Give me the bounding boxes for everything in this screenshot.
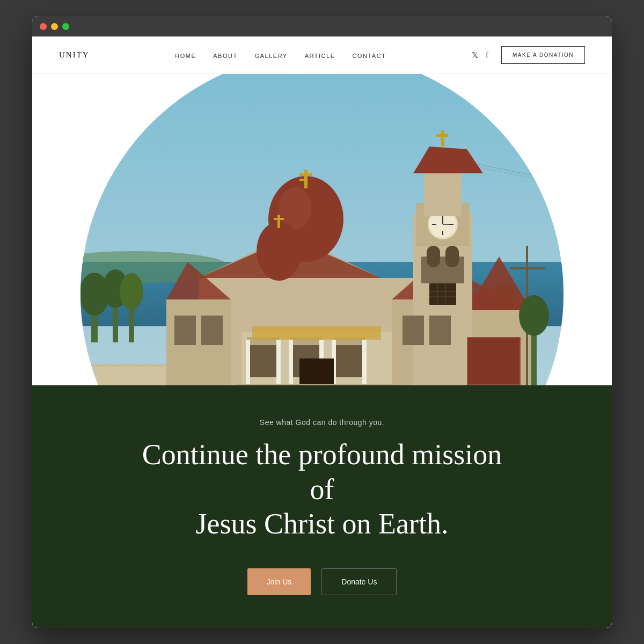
svg-rect-71 bbox=[246, 340, 250, 385]
nav-item-contact[interactable]: CONTACT bbox=[353, 50, 386, 60]
cta-section: See what God can do through you. Continu… bbox=[32, 385, 612, 628]
hero-section: See what God can do through you. Continu… bbox=[32, 74, 612, 628]
svg-rect-89 bbox=[80, 367, 166, 385]
donate-us-button[interactable]: Donate Us bbox=[321, 568, 397, 595]
svg-rect-37 bbox=[299, 179, 305, 181]
browser-chrome bbox=[32, 16, 612, 36]
cta-heading: Continue the profound mission of Jesus C… bbox=[134, 437, 510, 541]
join-us-button[interactable]: Join Us bbox=[247, 568, 311, 595]
site-logo[interactable]: UNITY bbox=[59, 50, 90, 60]
svg-rect-88 bbox=[80, 364, 166, 367]
nav-links: HOME ABOUT GALLERY ARTICLE CONTACT bbox=[175, 50, 386, 60]
browser-window: UNITY HOME ABOUT GALLERY ARTICLE CONTACT bbox=[32, 16, 612, 628]
cta-buttons: Join Us Donate Us bbox=[247, 568, 397, 595]
svg-point-93 bbox=[519, 295, 549, 336]
svg-point-10 bbox=[120, 273, 143, 310]
svg-rect-78 bbox=[174, 316, 196, 345]
svg-rect-58 bbox=[441, 130, 444, 147]
nav-item-about[interactable]: ABOUT bbox=[213, 50, 237, 60]
svg-rect-73 bbox=[289, 340, 293, 385]
nav-social: 𝕏 f bbox=[472, 50, 488, 60]
svg-rect-59 bbox=[436, 134, 448, 137]
svg-rect-87 bbox=[468, 338, 519, 384]
svg-rect-76 bbox=[362, 340, 367, 385]
nav-item-home[interactable]: HOME bbox=[175, 50, 196, 60]
cta-heading-line2: Jesus Christ on Earth. bbox=[196, 508, 449, 540]
svg-rect-84 bbox=[236, 384, 397, 385]
svg-rect-81 bbox=[429, 316, 451, 345]
nav-item-article[interactable]: ARTICLE bbox=[305, 50, 335, 60]
hero-circle-image bbox=[80, 74, 564, 385]
svg-rect-79 bbox=[201, 316, 223, 345]
svg-rect-36 bbox=[299, 173, 312, 176]
svg-rect-68 bbox=[250, 345, 276, 377]
svg-point-61 bbox=[257, 222, 302, 281]
maximize-button[interactable] bbox=[62, 23, 69, 30]
svg-rect-62 bbox=[277, 215, 280, 228]
minimize-button[interactable] bbox=[51, 23, 58, 30]
cta-heading-line1: Continue the profound mission of bbox=[142, 438, 502, 506]
svg-rect-83 bbox=[255, 328, 378, 338]
twitter-icon[interactable]: 𝕏 bbox=[472, 50, 478, 60]
nav-donate-button[interactable]: MAKE A DONATION bbox=[501, 46, 585, 64]
svg-rect-91 bbox=[510, 267, 545, 269]
svg-rect-50 bbox=[445, 246, 459, 267]
site-content: UNITY HOME ABOUT GALLERY ARTICLE CONTACT bbox=[32, 36, 612, 628]
navbar: UNITY HOME ABOUT GALLERY ARTICLE CONTACT bbox=[32, 36, 612, 74]
svg-rect-72 bbox=[276, 340, 281, 385]
svg-rect-70 bbox=[335, 345, 362, 377]
svg-rect-77 bbox=[299, 358, 334, 385]
cta-tagline: See what God can do through you. bbox=[260, 418, 384, 427]
svg-rect-51 bbox=[429, 283, 456, 305]
svg-rect-56 bbox=[424, 173, 462, 216]
svg-rect-63 bbox=[274, 218, 284, 220]
svg-rect-49 bbox=[427, 246, 440, 267]
hero-image-container bbox=[32, 74, 612, 385]
svg-rect-80 bbox=[402, 316, 424, 345]
facebook-icon[interactable]: f bbox=[486, 50, 488, 60]
nav-item-gallery[interactable]: GALLERY bbox=[255, 50, 288, 60]
close-button[interactable] bbox=[40, 23, 47, 30]
